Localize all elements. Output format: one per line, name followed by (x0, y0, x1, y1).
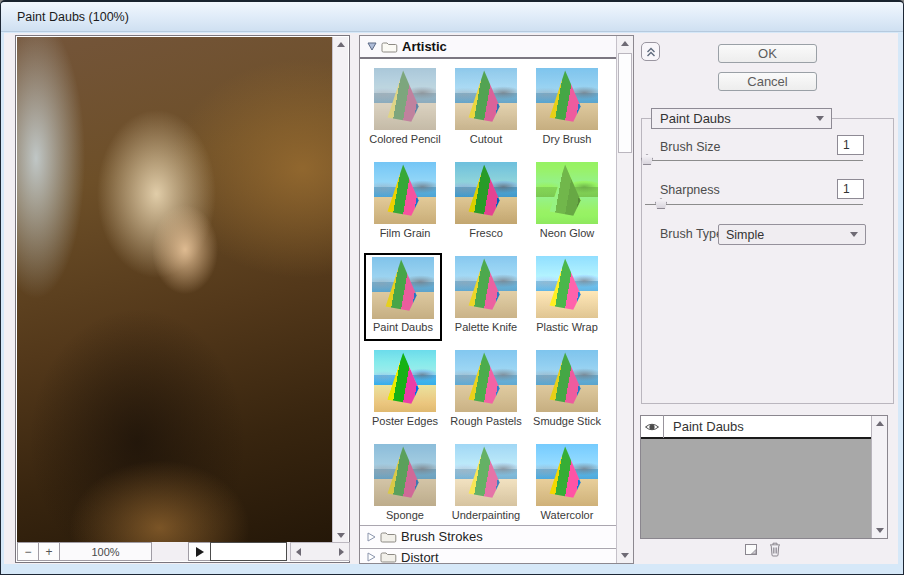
thumbnail-image (455, 162, 517, 224)
scroll-right-button[interactable] (334, 543, 349, 560)
brush-type-dropdown[interactable]: Simple (718, 224, 866, 245)
sharpness-label: Sharpness (660, 183, 720, 197)
delete-effect-layer-button[interactable] (768, 541, 782, 557)
thumbnail-image (374, 162, 436, 224)
arrow-up-icon (621, 41, 629, 46)
zoom-menu-button[interactable] (188, 542, 211, 561)
brush-size-label: Brush Size (660, 140, 720, 154)
scroll-down-button[interactable] (872, 523, 887, 538)
thumbnail-image (372, 257, 434, 319)
folder-open-icon (381, 41, 398, 53)
filter-thumb-smudge-stick[interactable]: Smudge Stick (528, 349, 606, 437)
preview-horizontal-scrollbar[interactable] (290, 542, 350, 561)
filter-label: Underpainting (447, 509, 525, 521)
thumbnail-image (536, 256, 598, 318)
scroll-up-button[interactable] (333, 37, 348, 52)
layer-actions (744, 541, 782, 557)
scroll-up-button[interactable] (617, 36, 633, 51)
eye-icon (644, 421, 660, 433)
thumbnail-image (455, 444, 517, 506)
filter-label: Rough Pastels (447, 415, 525, 427)
arrow-down-icon (621, 553, 629, 558)
sharpness-slider-track[interactable] (645, 204, 863, 205)
category-label: Artistic (402, 39, 447, 54)
filter-label: Paint Daubs (366, 321, 440, 333)
chevron-down-icon (816, 116, 824, 121)
thumbnail-image (374, 68, 436, 130)
category-brush-strokes[interactable]: Brush Strokes (360, 525, 616, 547)
filter-thumb-sponge[interactable]: Sponge (366, 443, 444, 531)
filter-label: Fresco (447, 227, 525, 239)
scroll-down-button[interactable] (333, 528, 348, 543)
visibility-toggle[interactable] (641, 415, 664, 438)
thumbnail-image (455, 68, 517, 130)
sharpness-input[interactable] (837, 179, 864, 199)
filter-thumb-palette-knife[interactable]: Palette Knife (447, 255, 525, 343)
effect-layers-list: Paint Daubs (640, 415, 888, 539)
filter-thumb-watercolor[interactable]: Watercolor (528, 443, 606, 531)
scroll-up-button[interactable] (872, 416, 887, 431)
arrow-left-icon (296, 548, 301, 556)
triangle-collapsed-icon (367, 552, 376, 562)
preview-vertical-scrollbar[interactable] (332, 37, 348, 543)
layers-scrollbar[interactable] (871, 416, 887, 538)
filter-label: Plastic Wrap (528, 321, 606, 333)
brush-size-slider-track[interactable] (645, 160, 863, 161)
preview-image[interactable] (17, 37, 334, 543)
chevron-down-icon (850, 232, 858, 237)
filter-thumb-neon-glow[interactable]: Neon Glow (528, 161, 606, 249)
title-bar[interactable]: Paint Daubs (100%) (1, 2, 903, 32)
new-effect-layer-button[interactable] (744, 543, 759, 557)
filter-label: Palette Knife (447, 321, 525, 333)
scrollbar-thumb[interactable] (618, 53, 632, 153)
brush-size-input[interactable] (837, 135, 864, 155)
category-distort[interactable]: Distort (360, 548, 616, 564)
scroll-left-button[interactable] (291, 543, 306, 560)
arrow-right-icon (339, 548, 344, 556)
filter-thumb-colored-pencil[interactable]: Colored Pencil (366, 67, 444, 155)
filter-label: Watercolor (528, 509, 606, 521)
category-artistic[interactable]: Artistic (360, 36, 616, 59)
thumbnail-image (536, 444, 598, 506)
filter-thumb-dry-brush[interactable]: Dry Brush (528, 67, 606, 155)
zoom-out-button[interactable]: − (17, 542, 39, 561)
filter-list-panel: Artistic Colored Pencil Cutout Dry Brush… (359, 35, 634, 564)
filter-gallery-dialog: Paint Daubs (100%) − + 100% (0, 0, 904, 575)
arrow-down-icon (876, 528, 884, 533)
collapse-panel-button[interactable] (641, 42, 660, 61)
triangle-expanded-icon (367, 42, 377, 51)
folder-closed-icon (380, 531, 397, 543)
cancel-button[interactable]: Cancel (718, 72, 817, 91)
thumbnail-image (536, 350, 598, 412)
filter-preset-dropdown[interactable]: Paint Daubs (651, 108, 832, 129)
filter-thumb-underpainting[interactable]: Underpainting (447, 443, 525, 531)
filter-label: Poster Edges (366, 415, 444, 427)
zoom-level-display[interactable]: 100% (59, 542, 152, 561)
effect-layer-row[interactable]: Paint Daubs (641, 416, 871, 439)
filter-label: Colored Pencil (366, 133, 444, 145)
filter-thumb-fresco[interactable]: Fresco (447, 161, 525, 249)
filter-list-scrollbar[interactable] (616, 36, 633, 563)
brush-type-value: Simple (726, 228, 764, 242)
filter-label: Smudge Stick (528, 415, 606, 427)
progress-bar (210, 542, 287, 561)
filter-thumb-film-grain[interactable]: Film Grain (366, 161, 444, 249)
arrow-up-icon (876, 421, 884, 426)
filter-label: Sponge (366, 509, 444, 521)
filter-thumb-rough-pastels[interactable]: Rough Pastels (447, 349, 525, 437)
filter-thumb-cutout[interactable]: Cutout (447, 67, 525, 155)
window-title: Paint Daubs (100%) (17, 10, 129, 24)
filter-label: Cutout (447, 133, 525, 145)
arrow-up-icon (337, 42, 345, 47)
filter-label: Neon Glow (528, 227, 606, 239)
category-label: Distort (401, 550, 439, 565)
zoom-in-button[interactable]: + (38, 542, 60, 561)
scroll-down-button[interactable] (617, 548, 633, 563)
filter-thumb-poster-edges[interactable]: Poster Edges (366, 349, 444, 437)
filter-thumb-plastic-wrap[interactable]: Plastic Wrap (528, 255, 606, 343)
filter-label: Dry Brush (528, 133, 606, 145)
ok-button[interactable]: OK (718, 44, 817, 63)
dialog-body: − + 100% Artistic Colored Pencil (4, 33, 898, 564)
play-triangle-icon (196, 547, 204, 557)
filter-thumb-paint-daubs-selected[interactable]: Paint Daubs (364, 253, 442, 341)
